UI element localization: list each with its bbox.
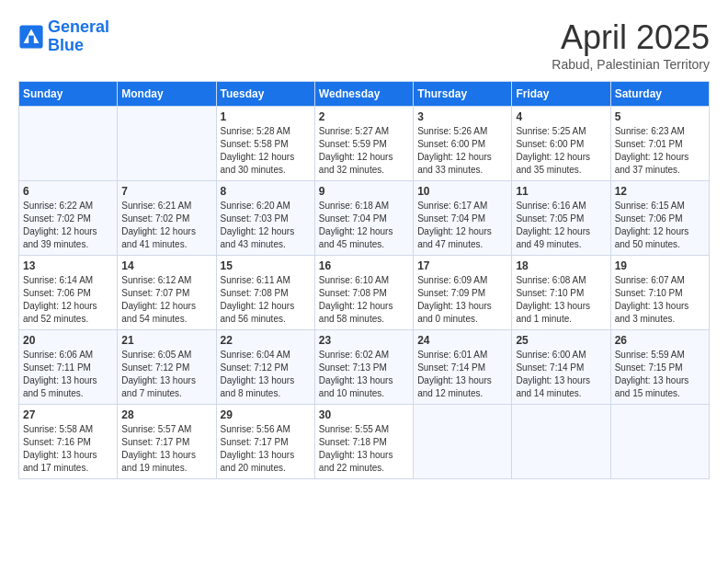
- day-info: Sunrise: 5:28 AM Sunset: 5:58 PM Dayligh…: [221, 125, 311, 177]
- day-info: Sunrise: 6:01 AM Sunset: 7:14 PM Dayligh…: [417, 349, 507, 400]
- day-cell: 4Sunrise: 5:25 AM Sunset: 6:00 PM Daylig…: [512, 107, 610, 181]
- day-cell: 11Sunrise: 6:16 AM Sunset: 7:05 PM Dayli…: [512, 181, 610, 256]
- column-header-tuesday: Tuesday: [216, 82, 314, 107]
- day-number: 21: [121, 334, 211, 347]
- day-cell: 14Sunrise: 6:12 AM Sunset: 7:07 PM Dayli…: [118, 256, 216, 330]
- day-info: Sunrise: 6:12 AM Sunset: 7:07 PM Dayligh…: [121, 274, 211, 326]
- day-number: 12: [615, 185, 705, 198]
- week-row-4: 20Sunrise: 6:06 AM Sunset: 7:11 PM Dayli…: [19, 330, 710, 405]
- day-number: 3: [417, 110, 507, 123]
- day-info: Sunrise: 5:55 AM Sunset: 7:18 PM Dayligh…: [319, 423, 409, 475]
- day-number: 20: [23, 334, 113, 347]
- day-info: Sunrise: 6:00 AM Sunset: 7:14 PM Dayligh…: [516, 349, 606, 400]
- day-number: 28: [121, 408, 211, 421]
- day-number: 23: [319, 334, 409, 347]
- day-info: Sunrise: 6:21 AM Sunset: 7:02 PM Dayligh…: [121, 200, 211, 251]
- week-row-2: 6Sunrise: 6:22 AM Sunset: 7:02 PM Daylig…: [19, 181, 710, 256]
- day-info: Sunrise: 6:07 AM Sunset: 7:10 PM Dayligh…: [615, 274, 705, 326]
- day-info: Sunrise: 6:15 AM Sunset: 7:06 PM Dayligh…: [615, 200, 705, 251]
- day-cell: 2Sunrise: 5:27 AM Sunset: 5:59 PM Daylig…: [314, 107, 413, 181]
- week-row-5: 27Sunrise: 5:58 AM Sunset: 7:16 PM Dayli…: [19, 405, 710, 479]
- day-number: 17: [417, 259, 507, 272]
- day-info: Sunrise: 6:02 AM Sunset: 7:13 PM Dayligh…: [319, 349, 409, 400]
- day-cell: 13Sunrise: 6:14 AM Sunset: 7:06 PM Dayli…: [19, 256, 118, 330]
- day-cell: 26Sunrise: 5:59 AM Sunset: 7:15 PM Dayli…: [610, 330, 709, 405]
- day-number: 26: [615, 334, 705, 347]
- day-info: Sunrise: 6:20 AM Sunset: 7:03 PM Dayligh…: [221, 200, 311, 251]
- day-cell: [610, 405, 709, 479]
- day-number: 24: [417, 334, 507, 347]
- day-info: Sunrise: 6:17 AM Sunset: 7:04 PM Dayligh…: [417, 200, 507, 251]
- page-header: General Blue April 2025 Rabud, Palestini…: [18, 18, 710, 72]
- column-header-wednesday: Wednesday: [314, 82, 413, 107]
- day-number: 27: [23, 408, 113, 421]
- day-cell: [414, 405, 512, 479]
- column-header-saturday: Saturday: [610, 82, 709, 107]
- svg-rect-2: [28, 35, 34, 42]
- day-number: 7: [121, 185, 211, 198]
- day-cell: 7Sunrise: 6:21 AM Sunset: 7:02 PM Daylig…: [118, 181, 216, 256]
- column-header-sunday: Sunday: [19, 82, 118, 107]
- day-cell: 9Sunrise: 6:18 AM Sunset: 7:04 PM Daylig…: [314, 181, 413, 256]
- day-cell: [512, 405, 610, 479]
- day-cell: 21Sunrise: 6:05 AM Sunset: 7:12 PM Dayli…: [118, 330, 216, 405]
- day-info: Sunrise: 6:10 AM Sunset: 7:08 PM Dayligh…: [319, 274, 409, 326]
- day-cell: 15Sunrise: 6:11 AM Sunset: 7:08 PM Dayli…: [216, 256, 314, 330]
- logo-text: General Blue: [48, 18, 109, 55]
- day-number: 29: [221, 408, 311, 421]
- day-number: 4: [516, 110, 606, 123]
- day-info: Sunrise: 6:14 AM Sunset: 7:06 PM Dayligh…: [23, 274, 113, 326]
- column-header-friday: Friday: [512, 82, 610, 107]
- day-cell: 6Sunrise: 6:22 AM Sunset: 7:02 PM Daylig…: [19, 181, 118, 256]
- day-info: Sunrise: 6:06 AM Sunset: 7:11 PM Dayligh…: [23, 349, 113, 400]
- day-info: Sunrise: 5:25 AM Sunset: 6:00 PM Dayligh…: [516, 125, 606, 177]
- day-cell: 20Sunrise: 6:06 AM Sunset: 7:11 PM Dayli…: [19, 330, 118, 405]
- day-info: Sunrise: 6:11 AM Sunset: 7:08 PM Dayligh…: [221, 274, 311, 326]
- day-info: Sunrise: 5:27 AM Sunset: 5:59 PM Dayligh…: [319, 125, 409, 177]
- day-info: Sunrise: 5:58 AM Sunset: 7:16 PM Dayligh…: [23, 423, 113, 475]
- day-info: Sunrise: 6:05 AM Sunset: 7:12 PM Dayligh…: [121, 349, 211, 400]
- day-cell: [19, 107, 118, 181]
- day-number: 25: [516, 334, 606, 347]
- day-cell: 28Sunrise: 5:57 AM Sunset: 7:17 PM Dayli…: [118, 405, 216, 479]
- day-info: Sunrise: 6:18 AM Sunset: 7:04 PM Dayligh…: [319, 200, 409, 251]
- header-row: SundayMondayTuesdayWednesdayThursdayFrid…: [19, 82, 710, 107]
- day-cell: 25Sunrise: 6:00 AM Sunset: 7:14 PM Dayli…: [512, 330, 610, 405]
- day-info: Sunrise: 6:08 AM Sunset: 7:10 PM Dayligh…: [516, 274, 606, 326]
- day-number: 30: [319, 408, 409, 421]
- day-info: Sunrise: 6:22 AM Sunset: 7:02 PM Dayligh…: [23, 200, 113, 251]
- day-info: Sunrise: 6:09 AM Sunset: 7:09 PM Dayligh…: [417, 274, 507, 326]
- week-row-1: 1Sunrise: 5:28 AM Sunset: 5:58 PM Daylig…: [19, 107, 710, 181]
- column-header-thursday: Thursday: [414, 82, 512, 107]
- day-cell: [118, 107, 216, 181]
- day-number: 15: [221, 259, 311, 272]
- day-number: 19: [615, 259, 705, 272]
- week-row-3: 13Sunrise: 6:14 AM Sunset: 7:06 PM Dayli…: [19, 256, 710, 330]
- day-number: 6: [23, 185, 113, 198]
- calendar-table: SundayMondayTuesdayWednesdayThursdayFrid…: [18, 81, 710, 479]
- day-number: 8: [221, 185, 311, 198]
- day-number: 22: [221, 334, 311, 347]
- day-info: Sunrise: 5:26 AM Sunset: 6:00 PM Dayligh…: [417, 125, 507, 177]
- day-cell: 19Sunrise: 6:07 AM Sunset: 7:10 PM Dayli…: [610, 256, 709, 330]
- day-cell: 10Sunrise: 6:17 AM Sunset: 7:04 PM Dayli…: [414, 181, 512, 256]
- day-cell: 3Sunrise: 5:26 AM Sunset: 6:00 PM Daylig…: [414, 107, 512, 181]
- day-info: Sunrise: 6:16 AM Sunset: 7:05 PM Dayligh…: [516, 200, 606, 251]
- day-cell: 24Sunrise: 6:01 AM Sunset: 7:14 PM Dayli…: [414, 330, 512, 405]
- day-number: 2: [319, 110, 409, 123]
- day-cell: 22Sunrise: 6:04 AM Sunset: 7:12 PM Dayli…: [216, 330, 314, 405]
- day-number: 9: [319, 185, 409, 198]
- day-cell: 16Sunrise: 6:10 AM Sunset: 7:08 PM Dayli…: [314, 256, 413, 330]
- day-cell: 29Sunrise: 5:56 AM Sunset: 7:17 PM Dayli…: [216, 405, 314, 479]
- day-cell: 27Sunrise: 5:58 AM Sunset: 7:16 PM Dayli…: [19, 405, 118, 479]
- day-info: Sunrise: 5:56 AM Sunset: 7:17 PM Dayligh…: [221, 423, 311, 475]
- day-info: Sunrise: 6:23 AM Sunset: 7:01 PM Dayligh…: [615, 125, 705, 177]
- day-number: 16: [319, 259, 409, 272]
- logo-icon: [18, 24, 44, 50]
- logo-line1: General: [48, 17, 109, 36]
- day-info: Sunrise: 5:57 AM Sunset: 7:17 PM Dayligh…: [121, 423, 211, 475]
- day-cell: 12Sunrise: 6:15 AM Sunset: 7:06 PM Dayli…: [610, 181, 709, 256]
- day-number: 1: [221, 110, 311, 123]
- day-number: 10: [417, 185, 507, 198]
- day-number: 13: [23, 259, 113, 272]
